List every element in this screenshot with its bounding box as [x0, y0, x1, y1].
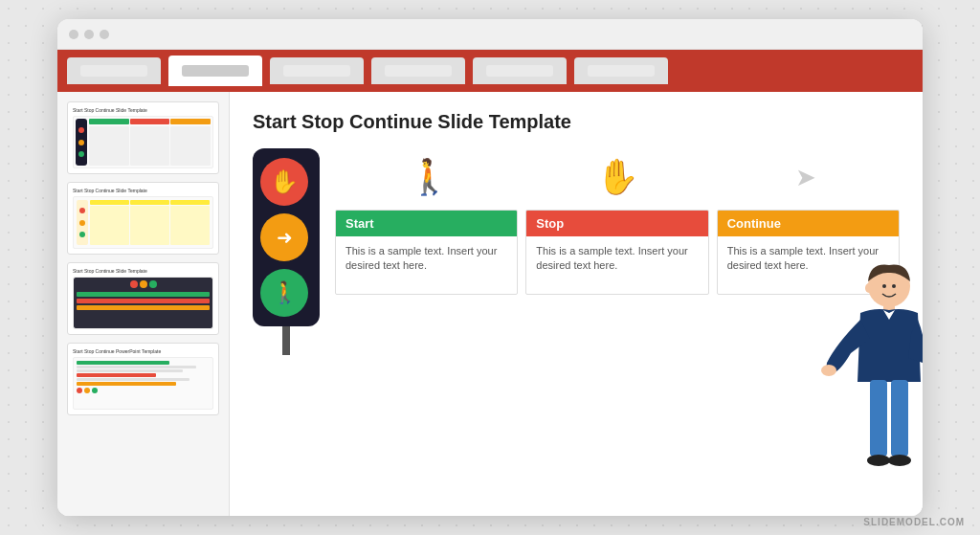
icons-row: 🚶 ✋ ➤: [335, 148, 900, 206]
nav-tab-5[interactable]: [473, 57, 567, 84]
traffic-light-yellow: ➜: [260, 213, 308, 261]
column-body-start: This is a sample text. Insert your desir…: [336, 236, 517, 294]
nav-tab-placeholder-5: [486, 65, 553, 77]
watermark: SLIDEMODEL.COM: [863, 517, 965, 527]
nav-tab-placeholder-4: [385, 65, 452, 77]
icon-cell-continue: ➤: [711, 148, 900, 206]
sidebar-thumb-3[interactable]: Start Stop Continue Slide Template: [67, 262, 219, 335]
column-header-stop: Stop: [526, 211, 707, 236]
icon-cell-start: 🚶: [335, 148, 523, 206]
column-header-continue: Continue: [718, 211, 899, 236]
browser-dot-3: [100, 30, 109, 39]
thumb-title-3: Start Stop Continue Slide Template: [73, 268, 213, 274]
traffic-light-pole: ✋ ➜ 🚶: [253, 148, 320, 355]
svg-point-3: [821, 365, 836, 376]
continue-icon: ➤: [795, 165, 816, 189]
nav-tab-4[interactable]: [371, 57, 465, 84]
thumb-content-3: [73, 277, 213, 329]
browser-titlebar: [57, 19, 923, 50]
svg-point-1: [865, 283, 873, 293]
svg-rect-4: [870, 380, 887, 457]
green-light-icon: 🚶: [272, 280, 298, 305]
start-icon: 🚶: [408, 160, 451, 194]
person-illustration: [808, 248, 923, 516]
column-card-start: Start This is a sample text. Insert your…: [335, 210, 518, 295]
thumb-title-4: Start Stop Continue PowerPoint Template: [73, 348, 213, 354]
main-content: Start Stop Continue Slide Template ✋ ➜ 🚶: [230, 92, 923, 516]
icon-cell-stop: ✋: [523, 148, 712, 206]
yellow-light-icon: ➜: [277, 226, 293, 249]
sidebar-thumb-2[interactable]: Start Stop Continue Slide Template: [67, 182, 219, 255]
browser-nav-bar: [57, 50, 923, 92]
svg-point-7: [888, 455, 911, 466]
sidebar-thumb-4[interactable]: Start Stop Continue PowerPoint Template: [67, 343, 219, 415]
traffic-pole-post: [282, 326, 290, 355]
traffic-light-red: ✋: [260, 158, 308, 206]
nav-tab-2-active[interactable]: [168, 56, 262, 86]
red-light-icon: ✋: [270, 168, 299, 195]
person-svg: [808, 248, 923, 516]
slide-title: Start Stop Continue Slide Template: [253, 111, 900, 133]
nav-tab-placeholder-6: [588, 65, 655, 77]
thumb-content-1: [73, 116, 213, 168]
traffic-light-box: ✋ ➜ 🚶: [253, 148, 320, 326]
stop-icon: ✋: [596, 160, 639, 194]
nav-tab-placeholder-3: [283, 65, 350, 77]
column-header-start: Start: [336, 211, 517, 236]
nav-tab-placeholder-1: [80, 65, 147, 77]
svg-point-8: [882, 284, 886, 288]
browser-window: Start Stop Continue Slide Template: [57, 19, 923, 516]
sidebar-thumb-1[interactable]: Start Stop Continue Slide Template: [67, 101, 219, 174]
traffic-light-green: 🚶: [260, 269, 308, 317]
nav-tab-1[interactable]: [67, 57, 161, 84]
svg-point-9: [892, 284, 896, 288]
slide-area: ✋ ➜ 🚶: [253, 148, 900, 355]
nav-tab-6[interactable]: [574, 57, 668, 84]
thumb-title-1: Start Stop Continue Slide Template: [73, 107, 213, 113]
browser-body: Start Stop Continue Slide Template: [57, 92, 923, 516]
thumb-content-4: [73, 357, 213, 410]
svg-rect-5: [891, 380, 908, 457]
column-body-stop: This is a sample text. Insert your desir…: [526, 236, 707, 294]
browser-dot-2: [84, 30, 94, 39]
thumb-content-2: [73, 196, 213, 249]
column-card-stop: Stop This is a sample text. Insert your …: [525, 210, 708, 295]
nav-tab-3[interactable]: [270, 57, 364, 84]
nav-tab-placeholder-2: [182, 65, 249, 77]
thumb-title-2: Start Stop Continue Slide Template: [73, 188, 213, 193]
browser-dot-1: [69, 30, 78, 39]
sidebar: Start Stop Continue Slide Template: [57, 92, 230, 516]
svg-point-6: [867, 455, 890, 466]
